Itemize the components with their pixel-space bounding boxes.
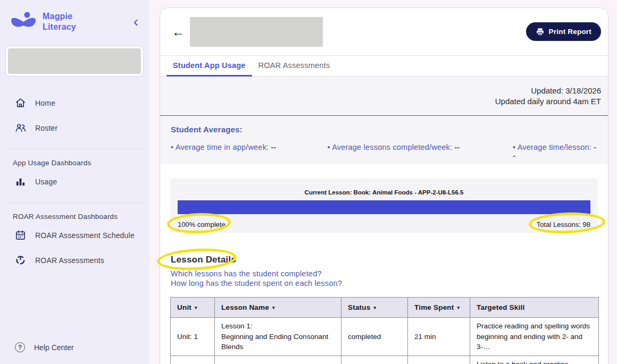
- sidebar-section-app-usage: App Usage Dashboards: [13, 159, 149, 167]
- sort-caret-icon[interactable]: ▾: [272, 305, 275, 310]
- home-icon: [15, 97, 26, 108]
- cell-targeted-skill: Practice reading and spelling words begi…: [470, 318, 599, 356]
- sort-caret-icon[interactable]: ▾: [195, 305, 197, 310]
- updated-date: Updated: 3/18/2026: [531, 86, 601, 96]
- report-tabs: Student App Usage ROAR Assessments: [160, 56, 608, 77]
- current-lesson-label: Current Lesson: Book: Animal Foods - APP…: [178, 189, 590, 196]
- brand-row: Magpie Literacy ‹: [0, 0, 149, 39]
- progress-bar-fill: [178, 200, 590, 214]
- lesson-details-title: Lesson Details: [171, 255, 608, 265]
- sidebar-item-label: Roster: [35, 124, 57, 132]
- report-header: ← Print Report: [160, 8, 608, 56]
- lesson-details-questions: Which lessons has the student completed?…: [171, 269, 608, 288]
- cell-status: completed: [341, 318, 408, 356]
- print-report-label: Print Report: [549, 28, 591, 36]
- cell-status: completed: [341, 355, 408, 364]
- sidebar: Magpie Literacy ‹ Home Roster: [0, 0, 149, 364]
- col-status[interactable]: Status▾: [341, 298, 408, 318]
- help-center-label: Help Center: [34, 343, 74, 352]
- col-unit[interactable]: Unit▾: [171, 298, 215, 318]
- lessons-table: Unit▾ Lesson Name▾ Status▾ Time Spent▾ T…: [170, 297, 599, 364]
- total-lessons-label: Total Lessons: 98: [537, 221, 590, 228]
- brand-name: Magpie Literacy: [43, 11, 130, 32]
- updated-frequency: Updated daily around 4am ET: [495, 96, 601, 107]
- help-icon: ?: [15, 342, 25, 352]
- question-completed: Which lessons has the student completed?: [171, 269, 608, 278]
- bar-chart-icon: [15, 176, 26, 187]
- progress-bar: [178, 200, 590, 214]
- sidebar-item-home[interactable]: Home: [0, 90, 149, 115]
- cell-time-spent: 4 min: [408, 355, 470, 364]
- avg-time-per-lesson: • Average time/lesson:--: [513, 143, 597, 160]
- avg-time-in-app: • Average time in app/week:--: [171, 143, 328, 160]
- tab-roar-assessments[interactable]: ROAR Assessments: [252, 56, 337, 77]
- student-report-card: ← Print Report Student App Usage ROAR As…: [160, 7, 608, 364]
- main-area: ← Print Report Student App Usage ROAR As…: [149, 0, 617, 364]
- cell-lesson-name: Lesson 1: Beginning and Ending Consonant…: [215, 318, 341, 356]
- sidebar-item-roster[interactable]: Roster: [0, 115, 149, 140]
- redacted-fill: [8, 48, 141, 74]
- table-row: Unit: 1 Lesson 2: Book: Makwa's Lake Day…: [171, 355, 599, 364]
- sidebar-section-roar: ROAR Assessment Dashboards: [13, 213, 149, 221]
- table-row: Unit: 1 Lesson 1: Beginning and Ending C…: [171, 318, 599, 356]
- sort-caret-icon[interactable]: ▾: [457, 305, 460, 310]
- sidebar-divider: [5, 202, 144, 203]
- updated-info: Updated: 3/18/2026 Updated daily around …: [160, 77, 608, 116]
- tab-student-app-usage[interactable]: Student App Usage: [166, 56, 252, 77]
- print-report-button[interactable]: Print Report: [526, 22, 601, 41]
- col-time-spent[interactable]: Time Spent▾: [408, 298, 470, 318]
- table-header-row: Unit▾ Lesson Name▾ Status▾ Time Spent▾ T…: [171, 298, 599, 318]
- cell-lesson-name: Lesson 2: Book: Makwa's Lake Day: [215, 355, 341, 364]
- cell-unit: Unit: 1: [171, 355, 215, 364]
- magpie-logo-icon: [10, 11, 37, 33]
- lesson-progress-card: Current Lesson: Book: Animal Foods - APP…: [170, 179, 598, 233]
- question-time-spent: How long has the student spent on each l…: [171, 278, 608, 288]
- sidebar-item-label: Usage: [35, 177, 57, 186]
- sidebar-item-label: Home: [35, 99, 55, 107]
- cell-targeted-skill: Listen to a book and practice reading al…: [470, 355, 599, 364]
- sidebar-collapse-icon[interactable]: ‹: [130, 16, 141, 27]
- col-targeted-skill: Targeted Skill: [470, 298, 599, 318]
- avg-lessons-completed-value: --: [454, 143, 460, 151]
- percent-complete-label: 100% complete: [178, 221, 226, 228]
- cell-time-spent: 21 min: [408, 318, 470, 356]
- col-lesson-name[interactable]: Lesson Name▾: [215, 298, 341, 318]
- sidebar-item-roar-assessments[interactable]: ROAR Assessments: [0, 248, 149, 273]
- avg-lessons-completed: • Average lessons completed/week:--: [328, 143, 513, 160]
- redacted-user-block: [5, 46, 144, 77]
- sidebar-item-usage[interactable]: Usage: [0, 169, 149, 194]
- redacted-student-name: [190, 17, 323, 47]
- printer-icon: [536, 28, 545, 36]
- cell-unit: Unit: 1: [171, 318, 215, 356]
- sidebar-item-label: ROAR Assessments: [35, 256, 104, 265]
- avg-time-in-app-value: --: [271, 143, 276, 151]
- help-center-link[interactable]: ? Help Center: [0, 342, 149, 364]
- student-averages-title: Student Averages:: [171, 125, 597, 134]
- sidebar-nav: Home Roster: [0, 90, 149, 140]
- sort-caret-icon[interactable]: ▾: [373, 305, 376, 310]
- student-averages: Student Averages: • Average time in app/…: [160, 116, 608, 164]
- pie-chart-icon: [15, 255, 26, 266]
- sidebar-item-roar-schedule[interactable]: ROAR Assessment Schedule: [0, 223, 149, 248]
- sidebar-divider: [5, 149, 144, 149]
- sidebar-item-label: ROAR Assessment Schedule: [35, 231, 135, 240]
- roster-icon: [15, 122, 26, 133]
- back-arrow-icon[interactable]: ←: [172, 26, 185, 38]
- calendar-icon: [15, 230, 26, 241]
